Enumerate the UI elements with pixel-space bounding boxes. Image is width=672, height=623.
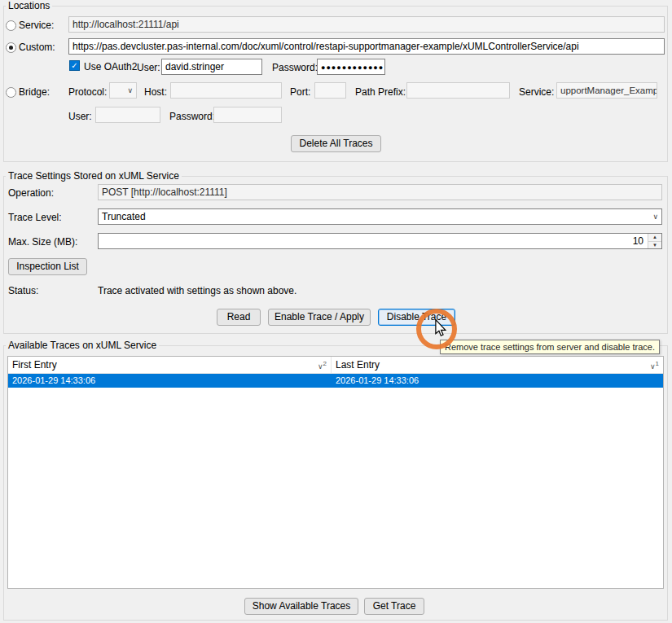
locations-group-title: Locations: [6, 0, 52, 11]
oauth2-password-label: Password:: [272, 62, 318, 73]
disable-trace-button[interactable]: Disable Trace: [378, 309, 455, 326]
bridge-user-field[interactable]: [95, 107, 160, 123]
max-size-label: Max. Size (MB):: [8, 236, 77, 248]
sort-chevron-icon: ∨: [650, 362, 656, 371]
table-header: First Entry ∨2 Last Entry ∨1: [8, 357, 663, 374]
bridge-password-field[interactable]: [213, 107, 282, 123]
bridge-service-label: Service:: [519, 86, 554, 98]
password-masked-value: ●●●●●●●●●●●●: [321, 64, 384, 72]
trace-level-select[interactable]: Truncated ∨: [98, 208, 662, 225]
bridge-port-field[interactable]: [314, 82, 346, 99]
chevron-down-icon: ∨: [652, 209, 658, 224]
show-available-traces-button[interactable]: Show Available Traces: [244, 598, 358, 615]
oauth2-user-field[interactable]: david.stringer: [161, 59, 262, 75]
cell-first-entry: 2026-01-29 14:33:06: [8, 374, 332, 388]
service-radio[interactable]: [6, 20, 16, 31]
oauth2-checkbox-label: Use OAuth2: [84, 61, 137, 72]
available-traces-group-title: Available Traces on xUML Service: [6, 340, 159, 351]
bridge-path-prefix-label: Path Prefix:: [355, 86, 406, 98]
oauth2-password-field[interactable]: ●●●●●●●●●●●●: [317, 59, 385, 75]
cell-last-entry: 2026-01-29 14:33:06: [332, 374, 663, 388]
traces-table[interactable]: First Entry ∨2 Last Entry ∨1 2026-01-29 …: [7, 356, 664, 589]
operation-field: POST [http://localhost:21111]: [98, 184, 662, 200]
sort-order: 2: [323, 360, 327, 367]
bridge-password-label: Password:: [169, 111, 215, 122]
bridge-path-prefix-field[interactable]: [406, 82, 510, 99]
oauth2-checkbox[interactable]: ✓: [69, 60, 80, 71]
get-trace-button[interactable]: Get Trace: [364, 598, 424, 615]
read-button[interactable]: Read: [217, 309, 261, 326]
custom-radio[interactable]: [6, 42, 16, 53]
sort-indicator: ∨2: [318, 360, 327, 371]
chevron-down-icon: ∨: [127, 83, 133, 98]
column-label: Last Entry: [336, 359, 380, 371]
service-url-field[interactable]: http://localhost:21111/api: [68, 16, 665, 33]
trace-settings-group-title: Trace Settings Stored on xUML Service: [6, 170, 182, 182]
status-label: Status:: [8, 285, 38, 296]
inspection-list-button[interactable]: Inspection List: [8, 258, 87, 275]
custom-radio-label: Custom:: [19, 42, 55, 53]
max-size-spinner[interactable]: 10 ▲ ▼: [98, 233, 662, 249]
bridge-user-label: User:: [68, 111, 92, 122]
bridge-protocol-label: Protocol:: [68, 86, 107, 98]
trace-level-value: Truncated: [102, 211, 146, 222]
bridge-protocol-combo[interactable]: ∨: [109, 82, 137, 99]
bridge-port-label: Port:: [290, 86, 310, 98]
sort-indicator: ∨1: [650, 360, 659, 371]
column-label: First Entry: [12, 359, 57, 371]
bridge-radio-label: Bridge:: [19, 86, 50, 98]
column-header-last-entry[interactable]: Last Entry ∨1: [332, 357, 663, 373]
operation-label: Operation:: [8, 187, 54, 199]
bridge-host-field[interactable]: [170, 82, 282, 99]
check-icon: ✓: [71, 61, 77, 70]
service-radio-label: Service:: [19, 20, 54, 31]
sort-order: 1: [656, 360, 659, 367]
delete-all-traces-button[interactable]: Delete All Traces: [291, 135, 381, 152]
tooltip: Remove trace settings from server and di…: [440, 340, 660, 354]
enable-trace-apply-button[interactable]: Enable Trace / Apply: [268, 309, 371, 326]
status-value: Trace activated with settings as shown a…: [98, 285, 296, 296]
table-row[interactable]: 2026-01-29 14:33:06 2026-01-29 14:33:06: [8, 374, 663, 388]
spin-up-icon[interactable]: ▲: [648, 234, 661, 242]
column-header-first-entry[interactable]: First Entry ∨2: [8, 357, 332, 373]
spinner-buttons[interactable]: ▲ ▼: [648, 234, 661, 248]
sort-chevron-icon: ∨: [318, 362, 323, 371]
custom-url-field[interactable]: https://pas.devcluster.pas-internal.com/…: [68, 38, 665, 55]
bridge-service-field[interactable]: upportManager_Example: [556, 82, 657, 99]
trace-analyzer-panel: Locations Service: http://localhost:2111…: [0, 0, 672, 623]
trace-level-label: Trace Level:: [8, 212, 62, 223]
spin-down-icon[interactable]: ▼: [648, 242, 661, 249]
bridge-host-label: Host:: [144, 86, 167, 98]
bridge-radio[interactable]: [6, 87, 16, 98]
max-size-value: 10: [633, 234, 643, 248]
oauth2-user-label: User:: [137, 62, 160, 73]
